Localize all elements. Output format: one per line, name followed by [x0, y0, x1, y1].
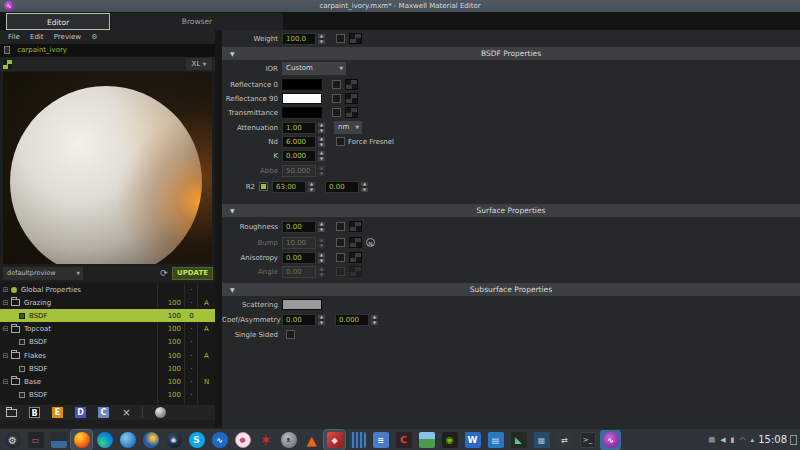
- weight-stepper[interactable]: ▲▼: [317, 33, 326, 45]
- weight-input[interactable]: 100.0: [282, 33, 316, 45]
- reflectance0-color-swatch[interactable]: [282, 79, 322, 90]
- tree-row-bsdf[interactable]: BSDF100·: [0, 336, 215, 349]
- update-button[interactable]: UPDATE: [172, 267, 213, 280]
- nvidia-settings-icon[interactable]: ◉: [439, 430, 460, 450]
- toolbox-app-icon[interactable]: ▤: [485, 430, 506, 450]
- attenuation-input[interactable]: 1.00: [282, 122, 316, 134]
- steam-icon[interactable]: ◉: [163, 430, 184, 450]
- firefox-icon[interactable]: [71, 430, 92, 450]
- roughness-texture-slot-icon[interactable]: [349, 221, 362, 232]
- normal-map-toggle-icon[interactable]: N: [366, 238, 375, 247]
- reflectance90-map-checkbox[interactable]: [332, 94, 341, 103]
- show-desktop-button[interactable]: [790, 435, 797, 445]
- preview-scene-dropdown[interactable]: defaultpreview▼: [3, 267, 83, 280]
- tree-expander-icon[interactable]: ⊟: [0, 299, 11, 307]
- volume-tray-icon[interactable]: ◀: [720, 436, 725, 444]
- expand-tray-icon[interactable]: ▴: [750, 436, 754, 444]
- thunderbird-icon[interactable]: [140, 430, 161, 450]
- blue-globe-app-icon[interactable]: [117, 430, 138, 450]
- settings-gear-icon[interactable]: ⚙: [91, 33, 97, 41]
- material-list-item[interactable]: carpaint_ivory: [0, 44, 215, 57]
- nd-stepper[interactable]: ▲▼: [317, 136, 326, 148]
- nd-input[interactable]: 6.000: [282, 136, 316, 148]
- tree-expander-icon[interactable]: ⊟: [0, 378, 11, 386]
- r2-value2-input[interactable]: 0.00: [325, 181, 359, 193]
- weight-texture-slot-icon[interactable]: [349, 33, 362, 44]
- refresh-preview-icon[interactable]: ⟳: [158, 267, 170, 280]
- roughness-stepper[interactable]: ▲▼: [317, 221, 326, 233]
- tree-expander-icon[interactable]: ⊟: [0, 286, 11, 294]
- roughness-input[interactable]: 0.00: [282, 221, 316, 233]
- subsurface-section-header[interactable]: ▼ Subsurface Properties: [222, 283, 800, 296]
- battery-tray-icon[interactable]: ▮: [731, 436, 735, 444]
- w-app-icon[interactable]: W: [462, 430, 483, 450]
- attenuation-unit-dropdown[interactable]: nm▼: [334, 121, 362, 134]
- tree-expander-icon[interactable]: ⊟: [0, 352, 11, 360]
- r2-value1-stepper[interactable]: ▲▼: [307, 181, 316, 193]
- tree-row-bsdf[interactable]: BSDF100·: [0, 389, 215, 402]
- scattering-color-swatch[interactable]: [282, 299, 322, 310]
- gimp-icon[interactable]: ᴥ: [278, 430, 299, 450]
- preview-size-dropdown[interactable]: XL ▼: [186, 58, 212, 70]
- k-stepper[interactable]: ▲▼: [317, 150, 326, 162]
- transmittance-map-checkbox[interactable]: [332, 108, 341, 117]
- reflectance0-map-checkbox[interactable]: [332, 80, 341, 89]
- file-manager-icon[interactable]: [48, 430, 69, 450]
- single-sided-checkbox[interactable]: [286, 330, 295, 339]
- reflectance0-texture-slot-icon[interactable]: [345, 79, 358, 90]
- surface-section-header[interactable]: ▼ Surface Properties: [222, 204, 800, 217]
- dark-c-app-icon[interactable]: C: [393, 430, 414, 450]
- weight-map-checkbox[interactable]: [336, 34, 345, 43]
- pink-app-icon[interactable]: ●: [232, 430, 253, 450]
- anisotropy-stepper[interactable]: ▲▼: [317, 252, 326, 264]
- anisotropy-input[interactable]: 0.00: [282, 252, 316, 264]
- coef-input[interactable]: 0.00: [282, 314, 316, 326]
- r2-value2-stepper[interactable]: ▲▼: [360, 181, 369, 193]
- bsdf-section-header[interactable]: ▼ BSDF Properties: [222, 47, 800, 60]
- layer-c-button[interactable]: C: [98, 407, 109, 418]
- texture-checker-icon[interactable]: [3, 60, 12, 69]
- k-input[interactable]: 0.000: [282, 150, 316, 162]
- r2-value1-input[interactable]: 63.00: [272, 181, 306, 193]
- studio-app-icon[interactable]: ◆: [324, 430, 345, 450]
- anisotropy-map-checkbox[interactable]: [336, 253, 345, 262]
- tree-row-flakes[interactable]: ⊟Flakes100·A: [0, 349, 215, 362]
- wire-preview-icon[interactable]: [178, 407, 189, 418]
- tab-browser[interactable]: Browser: [111, 13, 283, 30]
- image-viewer-icon[interactable]: [416, 430, 437, 450]
- material-preview-render[interactable]: [3, 72, 212, 264]
- terminal-icon[interactable]: >_: [577, 430, 598, 450]
- menu-file[interactable]: File: [8, 33, 20, 41]
- skype-icon[interactable]: S: [186, 430, 207, 450]
- red-star-app-icon[interactable]: ✶: [255, 430, 276, 450]
- table-app-icon[interactable]: ▦: [531, 430, 552, 450]
- r2-enable-checkbox[interactable]: [259, 182, 268, 191]
- arrows-app-icon[interactable]: ⇄: [554, 430, 575, 450]
- transmittance-texture-slot-icon[interactable]: [345, 107, 358, 118]
- menu-edit[interactable]: Edit: [30, 33, 44, 41]
- tree-expander-icon[interactable]: ⊟: [0, 325, 11, 333]
- clock[interactable]: 15:08: [758, 429, 787, 450]
- layer-e-button[interactable]: E: [52, 407, 63, 418]
- anisotropy-texture-slot-icon[interactable]: [349, 252, 362, 263]
- open-folder-icon[interactable]: [6, 409, 17, 417]
- layer-b-button[interactable]: B: [29, 407, 40, 418]
- app-launcher-icon[interactable]: ⚙: [2, 430, 23, 450]
- roughness-map-checkbox[interactable]: [336, 222, 345, 231]
- document-app-icon[interactable]: ≡: [370, 430, 391, 450]
- network-tray-icon[interactable]: ◠: [739, 436, 745, 444]
- system-monitor-icon[interactable]: ◣: [508, 430, 529, 450]
- asymmetry-input[interactable]: 0.000: [335, 314, 369, 326]
- clipboard-tray-icon[interactable]: ▤: [709, 436, 716, 444]
- sphere-preview-icon[interactable]: [155, 407, 166, 418]
- transmittance-color-swatch[interactable]: [282, 107, 322, 118]
- coef-stepper[interactable]: ▲▼: [317, 314, 326, 326]
- force-fresnel-checkbox[interactable]: [336, 137, 345, 146]
- edge-browser-icon[interactable]: [94, 430, 115, 450]
- delete-button[interactable]: ×: [121, 407, 132, 418]
- tree-row-base[interactable]: ⊟Base100·N: [0, 375, 215, 388]
- tree-row-topcoat[interactable]: ⊟Topcoat100·A: [0, 323, 215, 336]
- tree-row-bsdf[interactable]: BSDF1000: [0, 309, 215, 322]
- layer-d-button[interactable]: D: [75, 407, 86, 418]
- tab-editor[interactable]: Editor: [6, 13, 110, 30]
